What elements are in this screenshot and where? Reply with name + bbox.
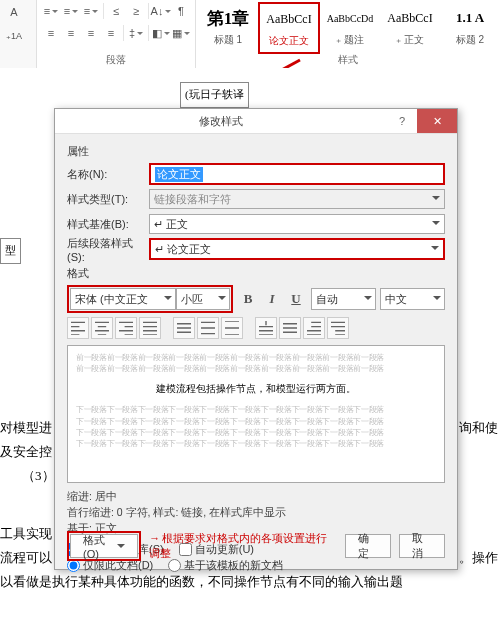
spacing-1-button[interactable] bbox=[173, 317, 195, 339]
group-label-paragraph: 段落 bbox=[37, 53, 195, 67]
align-center-icon[interactable]: ≡ bbox=[61, 23, 81, 43]
annotation-text: 根据要求对格式内的各项设置进行调整 bbox=[149, 531, 329, 561]
style-preview: 前一段落前一段落前一段落前一段落前一段落前一段落前一段落前一段落前一段落前一段落… bbox=[67, 345, 445, 483]
doc-text: 流程可以 bbox=[0, 546, 52, 569]
align-right-icon[interactable]: ≡ bbox=[81, 23, 101, 43]
format-menu-button[interactable]: 格式(O) bbox=[70, 534, 138, 558]
style-card[interactable]: AaBbCcI₊ 正文 bbox=[380, 2, 440, 52]
font-combo[interactable]: 宋体 (中文正文 bbox=[70, 288, 176, 310]
dialog-title: 修改样式 bbox=[55, 114, 387, 129]
doc-text: 。操作 bbox=[459, 546, 498, 569]
align-right-button[interactable] bbox=[115, 317, 137, 339]
indent-dec-button[interactable] bbox=[327, 317, 349, 339]
doc-text: 询和使 bbox=[459, 416, 498, 439]
doc-text: 工具实现 bbox=[0, 522, 52, 545]
group-label-styles: 样式 bbox=[196, 53, 500, 67]
indent-inc-button[interactable] bbox=[303, 317, 325, 339]
style-card[interactable]: AaBbCcI论文正文 bbox=[258, 2, 320, 54]
spacing-15-button[interactable] bbox=[197, 317, 219, 339]
styles-gallery: 第1章标题 1AaBbCcI论文正文AaBbCcDd₊ 题注AaBbCcI₊ 正… bbox=[198, 2, 500, 54]
style-card[interactable]: AaBbCcDd₊ 题注 bbox=[320, 2, 380, 52]
doc-diagram-box: (玩日子轶译 bbox=[180, 82, 249, 108]
numbering-icon[interactable]: ≡ bbox=[61, 1, 81, 21]
multilevel-icon[interactable]: ≡ bbox=[81, 1, 101, 21]
label-name: 名称(N): bbox=[67, 167, 149, 182]
ribbon-group-styles: 第1章标题 1AaBbCcI论文正文AaBbCcDd₊ 题注AaBbCcI₊ 正… bbox=[196, 0, 500, 68]
font-color-icon[interactable]: A bbox=[4, 2, 24, 22]
section-format: 格式 bbox=[67, 266, 445, 281]
modify-style-dialog: 修改样式 ? ✕ 属性 名称(N): 论文正文 样式类型(T): 链接段落和字符… bbox=[54, 108, 458, 570]
spacing-2-button[interactable] bbox=[221, 317, 243, 339]
cancel-button[interactable]: 取消 bbox=[399, 534, 445, 558]
doc-text: 及安全控 bbox=[0, 440, 52, 463]
dialog-titlebar: 修改样式 ? ✕ bbox=[55, 109, 457, 134]
style-card[interactable]: 1.1 A标题 2 bbox=[440, 2, 500, 52]
bold-button[interactable]: B bbox=[237, 288, 259, 310]
close-button[interactable]: ✕ bbox=[417, 109, 457, 133]
align-justify-icon[interactable]: ≡ bbox=[101, 23, 121, 43]
section-properties: 属性 bbox=[67, 144, 445, 159]
label-styletype: 样式类型(T): bbox=[67, 192, 149, 207]
preview-sample-text: 建模流程包括操作节点，和模型运行两方面。 bbox=[76, 382, 436, 396]
ribbon-group-paragraph: ≡ ≡ ≡ ≤ ≥ A↓ ¶ ≡ ≡ ≡ ≡ ‡ ◧ ▦ 段落 bbox=[37, 0, 196, 68]
line-spacing-icon[interactable]: ‡ bbox=[126, 23, 146, 43]
ok-button[interactable]: 确定 bbox=[345, 534, 391, 558]
align-justify-button[interactable] bbox=[139, 317, 161, 339]
indent-increase-icon[interactable]: ≥ bbox=[126, 1, 146, 21]
style-card[interactable]: 第1章标题 1 bbox=[198, 2, 258, 52]
name-input[interactable]: 论文正文 bbox=[149, 163, 445, 185]
show-marks-icon[interactable]: ¶ bbox=[171, 1, 191, 21]
size-combo[interactable]: 小匹 bbox=[176, 288, 230, 310]
style-description: 缩进: 居中 首行缩进: 0 字符, 样式: 链接, 在样式库中显示 基于: 正… bbox=[67, 489, 445, 536]
help-button[interactable]: ? bbox=[387, 109, 417, 133]
borders-icon[interactable]: ▦ bbox=[171, 23, 191, 43]
color-combo[interactable]: 自动 bbox=[311, 288, 376, 310]
space-before-dec[interactable] bbox=[279, 317, 301, 339]
underline-button[interactable]: U bbox=[285, 288, 307, 310]
bullets-icon[interactable]: ≡ bbox=[41, 1, 61, 21]
follow-combo[interactable]: ↵ 论文正文 bbox=[149, 238, 445, 260]
styletype-combo[interactable]: 链接段落和字符 bbox=[149, 189, 445, 209]
case-icon[interactable]: ₊1A bbox=[4, 26, 24, 46]
ribbon: A ₊1A ≡ ≡ ≡ ≤ ≥ A↓ ¶ ≡ ≡ ≡ ≡ ‡ ◧ ▦ 段落 bbox=[0, 0, 500, 69]
label-basedon: 样式基准(B): bbox=[67, 217, 149, 232]
indent-decrease-icon[interactable]: ≤ bbox=[106, 1, 126, 21]
align-left-button[interactable] bbox=[67, 317, 89, 339]
italic-button[interactable]: I bbox=[261, 288, 283, 310]
doc-text: 对模型进 bbox=[0, 416, 52, 439]
basedon-combo[interactable]: ↵ 正文 bbox=[149, 214, 445, 234]
doc-diagram-box-left: 型 bbox=[0, 238, 21, 264]
ribbon-group-edit: A ₊1A bbox=[0, 0, 37, 68]
sort-icon[interactable]: A↓ bbox=[151, 1, 171, 21]
label-follow: 后续段落样式(S): bbox=[67, 236, 149, 263]
lang-combo[interactable]: 中文 bbox=[380, 288, 445, 310]
align-left-icon[interactable]: ≡ bbox=[41, 23, 61, 43]
space-before-inc[interactable] bbox=[255, 317, 277, 339]
align-center-button[interactable] bbox=[91, 317, 113, 339]
shading-icon[interactable]: ◧ bbox=[151, 23, 171, 43]
